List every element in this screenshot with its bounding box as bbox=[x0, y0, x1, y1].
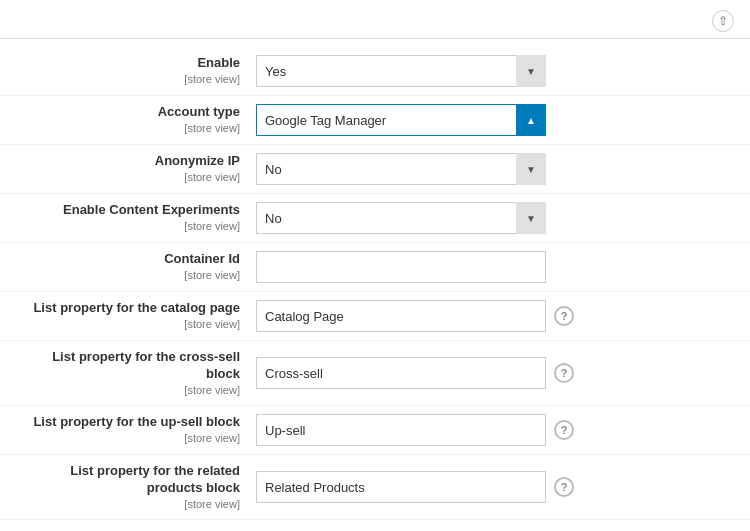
label-main-anonymize_ip: Anonymize IP bbox=[16, 153, 240, 170]
input-list_cross_sell[interactable] bbox=[256, 357, 546, 389]
select-enable[interactable]: YesNo bbox=[256, 55, 546, 87]
label-sub-anonymize_ip: [store view] bbox=[16, 170, 240, 184]
form-label-list_up_sell: List property for the up-sell block[stor… bbox=[16, 414, 256, 445]
label-main-list_related_products: List property for the related products b… bbox=[16, 463, 240, 497]
form-row-enable_content_experiments: Enable Content Experiments[store view]Ye… bbox=[0, 194, 750, 243]
control-wrap-account_type: Google AnalyticsGoogle Tag ManagerUniver… bbox=[256, 104, 734, 136]
form-row-list_search_results: List property for the search results pag… bbox=[0, 520, 750, 531]
input-list_related_products[interactable] bbox=[256, 471, 546, 503]
input-container_id[interactable] bbox=[256, 251, 546, 283]
help-icon-list_cross_sell[interactable]: ? bbox=[554, 363, 574, 383]
select-wrapper-enable_content_experiments: YesNo▼ bbox=[256, 202, 546, 234]
select-enable_content_experiments[interactable]: YesNo bbox=[256, 202, 546, 234]
select-account_type[interactable]: Google AnalyticsGoogle Tag ManagerUniver… bbox=[256, 104, 546, 136]
control-wrap-list_catalog_page: ? bbox=[256, 300, 734, 332]
form-label-list_related_products: List property for the related products b… bbox=[16, 463, 256, 511]
form-label-list_cross_sell: List property for the cross-sell block[s… bbox=[16, 349, 256, 397]
select-anonymize_ip[interactable]: YesNo bbox=[256, 153, 546, 185]
page-header: ⇧ bbox=[0, 0, 750, 39]
label-sub-account_type: [store view] bbox=[16, 121, 240, 135]
input-list_catalog_page[interactable] bbox=[256, 300, 546, 332]
form-row-list_cross_sell: List property for the cross-sell block[s… bbox=[0, 341, 750, 406]
help-icon-list_related_products[interactable]: ? bbox=[554, 477, 574, 497]
form-label-anonymize_ip: Anonymize IP[store view] bbox=[16, 153, 256, 184]
label-main-enable_content_experiments: Enable Content Experiments bbox=[16, 202, 240, 219]
input-list_up_sell[interactable] bbox=[256, 414, 546, 446]
form-label-account_type: Account type[store view] bbox=[16, 104, 256, 135]
label-sub-list_cross_sell: [store view] bbox=[16, 383, 240, 397]
control-wrap-list_up_sell: ? bbox=[256, 414, 734, 446]
label-sub-list_catalog_page: [store view] bbox=[16, 317, 240, 331]
form-row-list_catalog_page: List property for the catalog page[store… bbox=[0, 292, 750, 341]
label-main-list_catalog_page: List property for the catalog page bbox=[16, 300, 240, 317]
form-row-anonymize_ip: Anonymize IP[store view]YesNo▼ bbox=[0, 145, 750, 194]
select-wrapper-account_type: Google AnalyticsGoogle Tag ManagerUniver… bbox=[256, 104, 546, 136]
label-main-list_cross_sell: List property for the cross-sell block bbox=[16, 349, 240, 383]
label-main-list_up_sell: List property for the up-sell block bbox=[16, 414, 240, 431]
label-sub-list_up_sell: [store view] bbox=[16, 431, 240, 445]
form-row-account_type: Account type[store view]Google Analytics… bbox=[0, 96, 750, 145]
control-wrap-enable_content_experiments: YesNo▼ bbox=[256, 202, 734, 234]
control-wrap-anonymize_ip: YesNo▼ bbox=[256, 153, 734, 185]
form-label-container_id: Container Id[store view] bbox=[16, 251, 256, 282]
form-label-enable: Enable[store view] bbox=[16, 55, 256, 86]
label-sub-enable_content_experiments: [store view] bbox=[16, 219, 240, 233]
form-row-container_id: Container Id[store view] bbox=[0, 243, 750, 292]
label-sub-enable: [store view] bbox=[16, 72, 240, 86]
form-row-list_up_sell: List property for the up-sell block[stor… bbox=[0, 406, 750, 455]
form-body: Enable[store view]YesNo▼Account type[sto… bbox=[0, 39, 750, 531]
help-icon-list_up_sell[interactable]: ? bbox=[554, 420, 574, 440]
label-sub-list_related_products: [store view] bbox=[16, 497, 240, 511]
label-main-container_id: Container Id bbox=[16, 251, 240, 268]
form-row-list_related_products: List property for the related products b… bbox=[0, 455, 750, 520]
collapse-button[interactable]: ⇧ bbox=[712, 10, 734, 32]
label-main-enable: Enable bbox=[16, 55, 240, 72]
label-main-account_type: Account type bbox=[16, 104, 240, 121]
control-wrap-list_related_products: ? bbox=[256, 471, 734, 503]
help-icon-list_catalog_page[interactable]: ? bbox=[554, 306, 574, 326]
select-wrapper-enable: YesNo▼ bbox=[256, 55, 546, 87]
form-label-enable_content_experiments: Enable Content Experiments[store view] bbox=[16, 202, 256, 233]
form-row-enable: Enable[store view]YesNo▼ bbox=[0, 47, 750, 96]
control-wrap-enable: YesNo▼ bbox=[256, 55, 734, 87]
control-wrap-list_cross_sell: ? bbox=[256, 357, 734, 389]
select-wrapper-anonymize_ip: YesNo▼ bbox=[256, 153, 546, 185]
form-label-list_catalog_page: List property for the catalog page[store… bbox=[16, 300, 256, 331]
control-wrap-container_id bbox=[256, 251, 734, 283]
label-sub-container_id: [store view] bbox=[16, 268, 240, 282]
